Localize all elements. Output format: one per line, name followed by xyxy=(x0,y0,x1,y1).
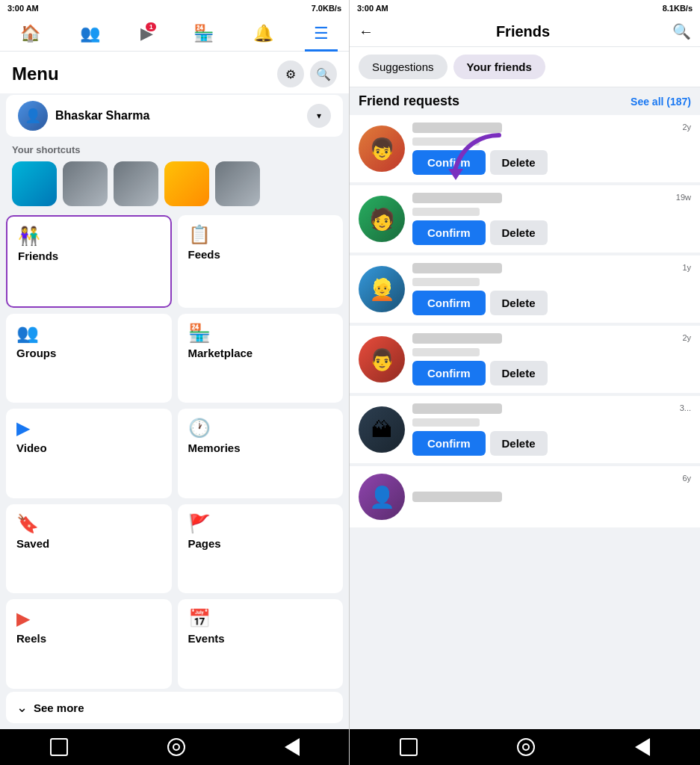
request-info-6 xyxy=(412,492,691,502)
tab-suggestions[interactable]: Suggestions xyxy=(359,55,447,79)
request-item: 🧑 Confirm Delete 19w xyxy=(350,185,700,253)
menu-card-video[interactable]: ▶ Video xyxy=(6,409,172,498)
request-btns-4: Confirm Delete xyxy=(412,361,691,385)
right-bnav-back[interactable] xyxy=(635,738,650,756)
request-avatar-5: 🏔 xyxy=(359,406,405,453)
nav-profile[interactable]: ☰ xyxy=(305,21,338,46)
request-item: 👦 Confirm Delete 2y xyxy=(350,115,700,182)
marketplace-label: Marketplace xyxy=(188,347,333,359)
home-icon: 🏠 xyxy=(20,24,40,43)
name-blur-5 xyxy=(412,403,502,414)
request-avatar-6: 👤 xyxy=(359,474,405,520)
confirm-button-5[interactable]: Confirm xyxy=(412,431,486,456)
delete-button-3[interactable]: Delete xyxy=(490,291,548,315)
menu-card-reels[interactable]: ▶ Reels xyxy=(6,599,172,689)
left-bnav-back[interactable] xyxy=(285,738,300,756)
right-panel: 3:00 AM 8.1KB/s ← Friends 🔍 Suggestions … xyxy=(350,0,700,765)
delete-button-5[interactable]: Delete xyxy=(490,431,548,456)
pages-icon: 🚩 xyxy=(188,513,333,534)
shortcut-2[interactable] xyxy=(63,161,108,206)
confirm-button-2[interactable]: Confirm xyxy=(412,220,486,245)
menu-card-saved[interactable]: 🔖 Saved xyxy=(6,504,172,594)
delete-button-1[interactable]: Delete xyxy=(490,150,548,175)
request-btns-2: Confirm Delete xyxy=(412,220,691,245)
menu-title: Menu xyxy=(12,64,59,84)
marketplace-icon: 🏪 xyxy=(193,24,214,43)
friends-page-title: Friends xyxy=(380,23,666,40)
right-status-bar: 3:00 AM 8.1KB/s xyxy=(350,0,700,16)
name-blur-2 xyxy=(412,193,502,203)
menu-card-events[interactable]: 📅 Events xyxy=(178,599,344,689)
time-badge-5: 3... xyxy=(680,403,691,412)
nav-marketplace[interactable]: 🏪 xyxy=(185,21,223,46)
confirm-button-4[interactable]: Confirm xyxy=(412,361,486,385)
right-status-time: 3:00 AM xyxy=(357,4,388,13)
nav-notifications[interactable]: 🔔 xyxy=(244,21,282,46)
request-avatar-3: 👱 xyxy=(359,266,405,312)
menu-card-groups[interactable]: 👥 Groups xyxy=(6,314,172,403)
friends-icon: 👫 xyxy=(18,226,160,247)
groups-icon: 👥 xyxy=(16,323,161,344)
request-item: 👱 Confirm Delete 1y xyxy=(350,255,700,323)
confirm-button-1[interactable]: Confirm xyxy=(412,150,486,175)
name-blur-3 xyxy=(412,263,502,273)
requests-section: Friend requests See all (187) xyxy=(350,87,700,112)
mutual-blur-4 xyxy=(412,348,480,356)
menu-card-feeds[interactable]: 📋 Feeds xyxy=(178,215,344,308)
see-more-row[interactable]: ⌄ See more xyxy=(6,692,343,723)
menu-card-memories[interactable]: 🕐 Memories xyxy=(178,409,344,498)
request-btns-5: Confirm Delete xyxy=(412,431,691,456)
shortcut-3[interactable] xyxy=(114,161,158,206)
tab-your-friends[interactable]: Your friends xyxy=(453,55,545,79)
delete-button-2[interactable]: Delete xyxy=(490,220,548,245)
left-status-bar: 3:00 AM 7.0KB/s xyxy=(0,0,349,16)
mutual-blur-3 xyxy=(412,278,480,286)
time-badge-2: 19w xyxy=(676,193,691,202)
shortcuts-label: Your shortcuts xyxy=(0,138,349,158)
request-item: 🏔 Confirm Delete 3... xyxy=(350,396,700,463)
left-status-speed: 7.0KB/s xyxy=(312,4,341,13)
events-icon: 📅 xyxy=(188,608,333,629)
shortcut-1[interactable] xyxy=(12,161,57,206)
requests-title: Friend requests xyxy=(359,93,459,109)
chevron-down-icon[interactable]: ▾ xyxy=(307,104,331,128)
request-info-5: Confirm Delete xyxy=(412,403,691,456)
saved-icon: 🔖 xyxy=(16,513,161,534)
time-badge-6: 6y xyxy=(682,474,691,483)
menu-grid: 👫 Friends 📋 Feeds 👥 Groups 🏪 Marketplace… xyxy=(0,212,349,692)
menu-card-pages[interactable]: 🚩 Pages xyxy=(178,504,344,594)
nav-people[interactable]: 👥 xyxy=(71,21,109,46)
pages-label: Pages xyxy=(188,537,333,550)
memories-icon: 🕐 xyxy=(188,418,333,439)
shortcut-4[interactable] xyxy=(164,161,209,206)
people-icon: 👥 xyxy=(80,24,100,43)
confirm-button-3[interactable]: Confirm xyxy=(412,291,486,315)
left-bnav-square[interactable] xyxy=(50,738,68,756)
friends-label: Friends xyxy=(18,250,160,262)
right-search-button[interactable]: 🔍 xyxy=(672,22,691,40)
back-button[interactable]: ← xyxy=(359,23,374,40)
shortcut-5[interactable] xyxy=(215,161,260,206)
right-bnav-circle[interactable] xyxy=(517,738,535,756)
feeds-icon: 📋 xyxy=(188,224,333,245)
profile-row[interactable]: 👤 Bhaskar Sharma ▾ xyxy=(6,95,343,137)
name-blur-6 xyxy=(412,492,502,502)
events-label: Events xyxy=(188,632,333,645)
right-bnav-square[interactable] xyxy=(400,738,418,756)
left-bnav-circle[interactable] xyxy=(167,738,185,756)
nav-watch[interactable]: ▶ 1 xyxy=(131,21,162,46)
request-avatar-2: 🧑 xyxy=(359,196,405,242)
request-info-1: Confirm Delete xyxy=(412,123,691,175)
left-nav-bar: 🏠 👥 ▶ 1 🏪 🔔 ☰ xyxy=(0,16,349,52)
search-button[interactable]: 🔍 xyxy=(310,61,337,87)
delete-button-4[interactable]: Delete xyxy=(490,361,548,385)
marketplace-menu-icon: 🏪 xyxy=(188,323,333,344)
reels-label: Reels xyxy=(16,632,161,645)
nav-home[interactable]: 🏠 xyxy=(11,21,49,46)
menu-card-friends[interactable]: 👫 Friends xyxy=(6,215,172,308)
left-bottom-nav xyxy=(0,729,349,765)
settings-button[interactable]: ⚙ xyxy=(277,61,304,87)
see-all-link[interactable]: See all (187) xyxy=(631,96,691,108)
right-bottom-nav xyxy=(350,729,700,765)
menu-card-marketplace[interactable]: 🏪 Marketplace xyxy=(178,314,344,403)
